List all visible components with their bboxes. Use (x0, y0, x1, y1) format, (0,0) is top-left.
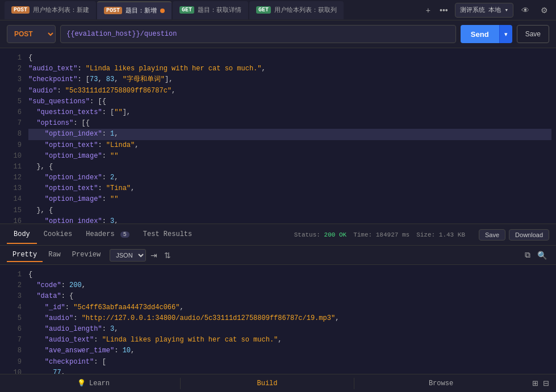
tab-cookies[interactable]: Cookies (37, 226, 79, 244)
status-label: Status: 200 OK (294, 231, 346, 238)
more-tabs-button[interactable]: ••• (437, 5, 450, 16)
bottom-browse-section[interactable]: Browse (354, 380, 528, 387)
indent-icon-button[interactable]: ⇥ (148, 250, 160, 261)
unsaved-dot (160, 9, 165, 13)
format-select-wrap: JSON XML HTML ⇥ ⇅ (110, 249, 173, 262)
fmt-pretty[interactable]: Pretty (7, 248, 43, 262)
save-button[interactable]: Save (517, 25, 549, 43)
response-tabs-bar: Body Cookies Headers 5 Test Results Stat… (0, 224, 556, 246)
tab-label: 用户绘本列表：获取列 (274, 6, 337, 14)
eye-button[interactable]: 👁 (518, 5, 533, 16)
tab-bar: POST 用户绘本列表：新建 POST 题目：新增 GET 题目：获取详情 GE… (0, 0, 556, 20)
resp-code-line: 4 "_id": "5c4ff63abfaa44473dd4c066", (0, 302, 556, 313)
code-line: 9 "option_text": "Linda", (0, 140, 556, 151)
tab-actions: + ••• 测评系统 本地 ▾ 👁 ⚙ (424, 3, 551, 18)
time-label: Time: 184927 ms (353, 231, 409, 238)
send-button-group: Send ▾ (461, 25, 512, 43)
resp-code-line: 6 "audio_length": 3, (0, 324, 556, 335)
search-icon-button[interactable]: 🔍 (535, 249, 549, 261)
tab-test-results[interactable]: Test Results (136, 226, 199, 244)
send-button[interactable]: Send (461, 25, 499, 43)
code-line: 10 "option_image": "" (0, 151, 556, 162)
resp-code-line: 7 "audio_text": "Linda likes playing wit… (0, 335, 556, 345)
chevron-down-icon: ▾ (504, 6, 508, 14)
request-body-area: 1{ 2"audio_text": "Linda likes playing w… (0, 48, 556, 224)
resp-code-line: 5 "audio": "http://127.0.0.1:34800/audio… (0, 313, 556, 324)
build-label: Build (257, 380, 277, 387)
tab-method-badge: POST (11, 6, 30, 14)
response-body-area: 1{ 2 "code": 200, 3 "data": { 4 "_id": "… (0, 265, 556, 376)
response-status-bar: Status: 200 OK Time: 184927 ms Size: 1.4… (294, 229, 549, 241)
tab-label: 用户绘本列表：新建 (33, 6, 89, 14)
method-select[interactable]: POST GET PUT DELETE (7, 25, 56, 43)
format-bar: Pretty Raw Preview JSON XML HTML ⇥ ⇅ ⧉ 🔍 (0, 246, 556, 265)
tab-post-question[interactable]: POST 题目：新增 (97, 1, 172, 19)
response-save-button[interactable]: Save (479, 229, 505, 241)
resp-code-line: 3 "data": { (0, 291, 556, 302)
bottom-build-section[interactable]: Build (181, 380, 354, 387)
fmt-preview[interactable]: Preview (66, 248, 106, 262)
request-code-editor[interactable]: 1{ 2"audio_text": "Linda likes playing w… (0, 48, 556, 224)
size-label: Size: 1.43 KB (416, 231, 465, 238)
code-line: 13 "option_text": "Tina", (0, 183, 556, 194)
tab-get-detail[interactable]: GET 题目：获取详情 (173, 1, 248, 19)
code-line: 7 "options": [{ (0, 118, 556, 129)
tab-method-badge: POST (104, 7, 122, 14)
resp-code-line: 1{ (0, 269, 556, 280)
fmt-raw[interactable]: Raw (43, 248, 66, 262)
code-line: 1{ (0, 53, 556, 64)
code-line: 5"sub_questions": [{ (0, 96, 556, 107)
environment-selector[interactable]: 测评系统 本地 ▾ (455, 3, 513, 18)
code-line: 16 "option_index": 3, (0, 216, 556, 224)
bottom-icons: ⊞ ⊟ (532, 379, 549, 387)
format-select[interactable]: JSON XML HTML (110, 249, 146, 262)
copy-icon-button[interactable]: ⧉ (522, 249, 533, 261)
tab-label: 题目：新增 (126, 6, 157, 15)
layout-icon-button[interactable]: ⊟ (543, 379, 549, 387)
bottom-learn-section[interactable]: 💡 Learn (7, 379, 180, 387)
tab-label: 题目：获取详情 (198, 6, 241, 14)
status-value: 200 OK (324, 231, 347, 238)
settings-button[interactable]: ⚙ (537, 5, 551, 16)
bulb-icon: 💡 (77, 379, 86, 387)
bottom-bar: 💡 Learn Build Browse ⊞ ⊟ (0, 374, 556, 392)
add-tab-button[interactable]: + (424, 5, 433, 16)
code-line: 2"audio_text": "Linda likes playing with… (0, 64, 556, 74)
tab-headers[interactable]: Headers 5 (79, 226, 136, 244)
code-line: 4"audio": "5c33111d12758809ff86787c", (0, 86, 556, 96)
response-code-editor[interactable]: 1{ 2 "code": 200, 3 "data": { 4 "_id": "… (0, 265, 556, 376)
response-download-button[interactable]: Download (509, 229, 549, 241)
format-right-actions: ⧉ 🔍 (522, 249, 549, 261)
code-line: 6 "question_texts": [""], (0, 107, 556, 118)
send-dropdown-button[interactable]: ▾ (499, 25, 512, 43)
browse-label: Browse (429, 380, 453, 387)
tab-post-users[interactable]: POST 用户绘本列表：新建 (5, 1, 96, 19)
resp-code-line: 2 "code": 200, (0, 280, 556, 291)
tab-method-badge: GET (256, 6, 271, 14)
code-line: 11 }, { (0, 162, 556, 172)
url-bar: POST GET PUT DELETE Send ▾ Save (0, 20, 556, 48)
tab-method-badge: GET (179, 6, 194, 14)
code-line: 15 }, { (0, 205, 556, 216)
sort-icon-button[interactable]: ⇅ (162, 250, 173, 261)
code-line: 14 "option_image": "" (0, 194, 556, 205)
url-input[interactable] (60, 25, 456, 43)
code-line: 3"checkpoint": [73, 83, "字母和单词"], (0, 74, 556, 85)
code-line: 12 "option_index": 2, (0, 172, 556, 183)
tab-body[interactable]: Body (7, 226, 37, 244)
environment-name: 测评系统 本地 (460, 6, 501, 14)
grid-icon-button[interactable]: ⊞ (532, 379, 538, 387)
code-line: 8 "option_index": 1, (0, 129, 556, 140)
tab-get-list[interactable]: GET 用户绘本列表：获取列 (249, 1, 344, 19)
resp-code-line: 8 "ave_answer_time": 10, (0, 345, 556, 356)
resp-code-line: 9 "checkpoint": [ (0, 357, 556, 368)
learn-label: Learn (89, 380, 110, 387)
response-actions: Save Download (479, 229, 549, 241)
